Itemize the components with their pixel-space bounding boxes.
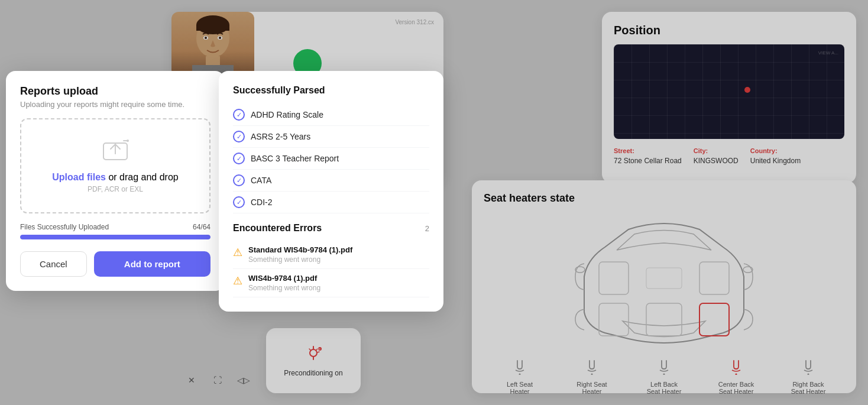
- cancel-button[interactable]: Cancel: [20, 251, 87, 277]
- check-icon: ✓: [233, 131, 245, 142]
- check-icon: ✓: [233, 174, 245, 186]
- parsed-results-card: Successfully Parsed ✓ ADHD Rating Scale …: [219, 71, 443, 312]
- reports-subtitle: Uploading your reports might require som…: [20, 100, 210, 109]
- check-icon: ✓: [233, 153, 245, 164]
- errors-section: Encountered Errors 2 ⚠ Standard WIS4b-97…: [233, 223, 429, 297]
- error-item: ⚠ Standard WIS4b-9784 (1).pdf Something …: [233, 241, 429, 269]
- list-item: ✓ CDI-2: [233, 192, 429, 213]
- scene: Version 312.cx Status Temperature: Inter…: [0, 0, 868, 405]
- check-icon: ✓: [233, 109, 245, 121]
- button-row: Cancel Add to report: [20, 251, 210, 277]
- error-filename: Standard WIS4b-9784 (1).pdf: [248, 245, 352, 254]
- progress-value: 64/64: [193, 223, 210, 231]
- list-item: ✓ ASRS 2-5 Years: [233, 126, 429, 148]
- upload-text: Upload files or drag and drop: [31, 172, 200, 183]
- upload-icon: [31, 138, 200, 167]
- error-message: Something went wrong: [248, 255, 352, 264]
- list-item: ✓ ADHD Rating Scale: [233, 104, 429, 126]
- add-to-report-button[interactable]: Add to report: [94, 251, 210, 277]
- parsed-item-label: BASC 3 Teacher Report: [251, 154, 339, 163]
- svg-point-27: [127, 140, 129, 142]
- reports-upload-card: Reports upload Uploading your reports mi…: [6, 71, 225, 291]
- check-icon: ✓: [233, 196, 245, 208]
- parsed-item-label: ASRS 2-5 Years: [251, 132, 310, 141]
- progress-label: Files Successfully Uploaded: [20, 223, 109, 231]
- parsed-item-label: CATA: [251, 176, 271, 185]
- error-details: Standard WIS4b-9784 (1).pdf Something we…: [248, 245, 352, 264]
- error-filename: WIS4b-9784 (1).pdf: [248, 274, 320, 283]
- progress-label-row: Files Successfully Uploaded 64/64: [20, 223, 210, 231]
- warning-icon: ⚠: [233, 274, 242, 287]
- errors-count: 2: [425, 224, 429, 233]
- list-item: ✓ BASC 3 Teacher Report: [233, 148, 429, 170]
- progress-bar-background: [20, 235, 210, 239]
- errors-header: Encountered Errors 2: [233, 223, 429, 234]
- error-message: Something went wrong: [248, 284, 320, 292]
- error-item: ⚠ WIS4b-9784 (1).pdf Something went wron…: [233, 269, 429, 297]
- warning-icon: ⚠: [233, 246, 242, 259]
- list-item: ✓ CATA: [233, 170, 429, 192]
- upload-hint: PDF, ACR or EXL: [31, 185, 200, 193]
- parsed-item-label: CDI-2: [251, 197, 273, 207]
- parsed-item-label: ADHD Rating Scale: [251, 110, 323, 119]
- errors-title: Encountered Errors: [233, 223, 322, 234]
- progress-section: Files Successfully Uploaded 64/64: [20, 223, 210, 239]
- parsed-title: Successfully Parsed: [233, 85, 429, 96]
- error-details: WIS4b-9784 (1).pdf Something went wrong: [248, 274, 320, 292]
- upload-suffix: or drag and drop: [106, 172, 179, 182]
- upload-zone[interactable]: Upload files or drag and drop PDF, ACR o…: [20, 118, 210, 213]
- upload-link[interactable]: Upload files: [52, 172, 106, 182]
- reports-title: Reports upload: [20, 85, 210, 98]
- progress-bar-fill: [20, 235, 210, 239]
